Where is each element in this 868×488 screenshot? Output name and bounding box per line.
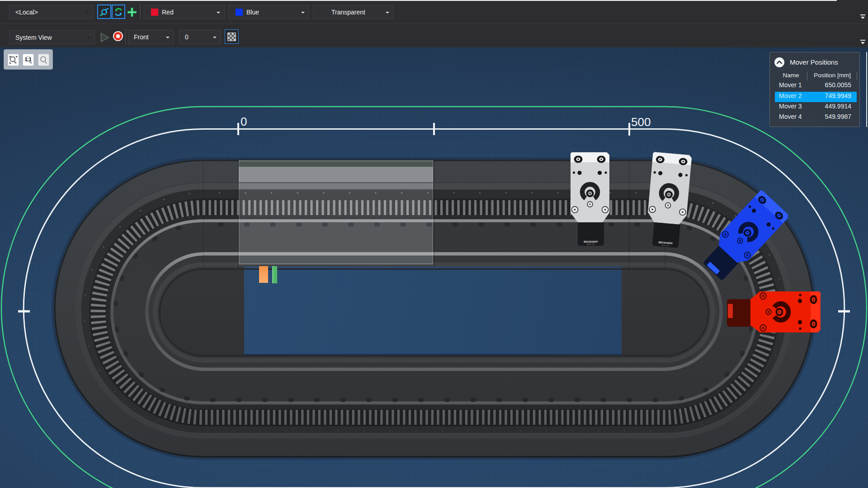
svg-text:1:1: 1:1	[25, 57, 32, 62]
svg-text:0: 0	[241, 115, 247, 128]
svg-text:500: 500	[631, 115, 651, 129]
